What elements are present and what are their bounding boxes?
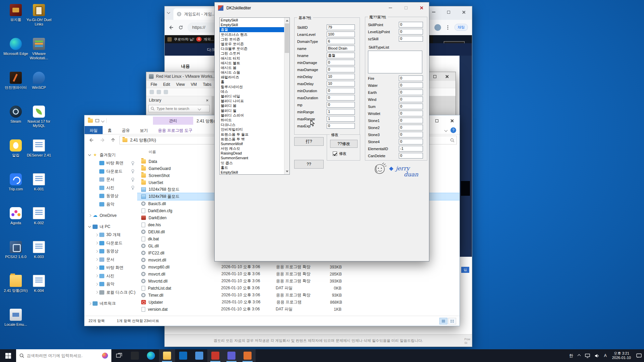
taskbar-app-button[interactable] — [223, 349, 239, 362]
tree-chevron-icon[interactable] — [95, 233, 99, 237]
refresh-icon[interactable] — [178, 25, 183, 30]
start-button[interactable] — [0, 349, 16, 362]
desktop-icon[interactable]: K-003 — [26, 240, 52, 274]
desktop-icon[interactable]: Trip.com — [3, 172, 29, 206]
modify-checkbox-row[interactable]: 修改 — [333, 151, 346, 156]
skill-list-item[interactable]: 블러디 월 — [220, 108, 284, 113]
file-row[interactable]: msvcrt.dll 2026-01-10 오후 3:06 응용 프로그램 확장… — [137, 270, 460, 278]
skill-list-item[interactable]: 그린 스토커 — [220, 51, 284, 56]
skill-list-item[interactable]: 하이드 — [220, 118, 284, 122]
tree-chevron-icon[interactable] — [88, 214, 92, 218]
desktop-icon[interactable]: PCSX2 1.6.0 — [3, 240, 29, 274]
desktop-icon[interactable]: K-002 — [26, 206, 52, 240]
back-icon[interactable] — [169, 25, 174, 30]
field-input[interactable]: 0 — [399, 153, 423, 159]
field-input[interactable]: 0 — [399, 111, 423, 116]
tree-chevron-icon[interactable] — [95, 186, 99, 190]
hidden-icons-button[interactable] — [576, 349, 583, 362]
sidebar-item[interactable]: 다운로드 — [85, 167, 137, 176]
desktop-icon[interactable]: WinSCP — [26, 70, 52, 104]
skill-list-item[interactable]: 다크니스 — [220, 122, 284, 127]
volume-tray-icon[interactable] — [592, 349, 602, 362]
clock[interactable]: 오후 3:21 2026-01-10 — [609, 351, 634, 360]
menu-item[interactable]: VM — [188, 82, 200, 87]
chat-button[interactable]: 채팅 — [454, 24, 468, 31]
desktop-icon[interactable]: 던전앤파이터 — [3, 70, 29, 104]
taskbar-app-button[interactable] — [239, 349, 256, 362]
field-input[interactable]: 0 — [399, 36, 423, 42]
sidebar-item[interactable]: 사진 — [85, 184, 137, 192]
skill-list-item[interactable]: EmptySkill — [220, 18, 284, 22]
field-input[interactable]: Blood Drain — [327, 46, 355, 51]
sidebar-item[interactable]: 동영상 — [85, 247, 137, 256]
skill-list-item[interactable]: 데스 — [220, 89, 284, 94]
apply-modify-button[interactable]: ??修改 — [330, 140, 358, 148]
skill-list-item[interactable]: 트랜스폼 투 뱃 — [220, 137, 284, 141]
field-input[interactable]: 79 — [327, 24, 355, 30]
desktop-icon[interactable]: 뮤지통 — [3, 3, 29, 37]
tree-chevron-icon[interactable] — [95, 249, 99, 253]
checkbox-checked-icon[interactable] — [333, 152, 337, 156]
skill-list-item[interactable]: EmptySkill — [220, 170, 284, 175]
forward-button[interactable] — [98, 136, 107, 144]
dialog-title-bar[interactable]: DK2skillediter — [215, 2, 429, 13]
desktop-icon[interactable]: Microsoft Edge — [3, 37, 29, 70]
skill-list-item[interactable]: RaisingDead — [220, 151, 284, 156]
field-input[interactable]: 0 — [399, 89, 423, 95]
field-input[interactable]: 0 — [399, 125, 423, 130]
skill-list-item[interactable]: 애시드 스웜 — [220, 70, 284, 75]
field-input[interactable]: 6 — [327, 39, 355, 44]
skill-list-item[interactable]: 홀 — [220, 79, 284, 84]
field-input[interactable]: 0 — [399, 82, 423, 88]
skill-list-item[interactable]: 서먼 캐스킷 — [220, 146, 284, 151]
file-row[interactable]: PatchList.dat 2026-01-10 오후 3:06 DAT 파일 … — [137, 285, 460, 292]
skill-list-item[interactable]: 애시드 터치 — [220, 56, 284, 61]
desktop-icon[interactable]: Locale Emu... — [3, 307, 29, 341]
tree-chevron-icon[interactable] — [95, 282, 99, 286]
menu-item[interactable]: View — [173, 82, 188, 87]
field-input[interactable]: 0 — [399, 22, 423, 27]
tree-chevron-icon[interactable] — [88, 225, 92, 229]
close-pane-icon[interactable] — [206, 99, 209, 102]
sidebar-item[interactable]: 바탕 화면 — [85, 264, 137, 272]
skill-list-item[interactable]: 흡혈 — [220, 27, 284, 32]
taskbar-app-button[interactable] — [159, 349, 175, 362]
search-input[interactable] — [27, 353, 99, 358]
tree-chevron-icon[interactable] — [95, 178, 99, 182]
desktop-icon[interactable]: DEServer 2.41 — [26, 138, 52, 172]
tree-chevron-icon[interactable] — [95, 257, 99, 261]
skill-list-item[interactable]: 그린 포이즌 — [220, 37, 284, 42]
sidebar-item[interactable]: ★ 즐겨찾기 — [85, 151, 137, 159]
sidebar-item[interactable]: 바탕 화면 — [85, 159, 137, 168]
tree-chevron-icon[interactable] — [95, 274, 99, 278]
skill-list-item[interactable]: 블러디 봄 — [220, 103, 284, 108]
minimize-button[interactable] — [383, 2, 398, 13]
taskbar-app-button[interactable] — [143, 349, 159, 362]
maximize-button[interactable] — [429, 115, 444, 126]
field-input[interactable]: 10 — [327, 81, 355, 86]
tree-chevron-icon[interactable] — [88, 302, 92, 306]
ribbon-tab[interactable]: 보기 — [135, 126, 153, 134]
action-center-button[interactable] — [634, 349, 644, 362]
profile-avatar[interactable] — [434, 24, 441, 31]
file-row[interactable]: msvcp60.dll 2026-01-10 오후 3:06 응용 프로그램 확… — [137, 263, 460, 270]
field-input[interactable]: 0 — [399, 104, 423, 109]
skill-list-item[interactable]: EmptySkill — [220, 22, 284, 27]
field-input[interactable]: 1 — [327, 116, 355, 122]
sidebar-item[interactable]: 내 PC — [85, 223, 137, 231]
skill-list-item[interactable]: 다크블루 포이즌 — [220, 46, 284, 51]
field-input[interactable]: 0 — [327, 123, 355, 129]
field-input[interactable]: 흡혈 — [327, 53, 355, 58]
field-input[interactable]: 0 — [399, 118, 423, 123]
desktop-icon[interactable]: K-004 — [26, 274, 52, 307]
desktop-icon[interactable]: 2.41 망통(3차) — [3, 274, 29, 307]
tree-chevron-icon[interactable] — [95, 169, 99, 173]
field-input[interactable]: 0 — [327, 67, 355, 72]
tree-chevron-icon[interactable] — [95, 241, 99, 245]
skill-list-item[interactable]: 잇 콥스 — [220, 161, 284, 165]
file-row[interactable]: Timer.dll 2026-01-10 오후 3:06 응용 프로그램 확장 … — [137, 292, 460, 299]
help-icon[interactable]: ? — [450, 127, 456, 133]
expand-ribbon-icon[interactable] — [444, 129, 448, 132]
field-input[interactable]: 0 — [327, 60, 355, 65]
desktop-icon[interactable]: Yu-Gi-Oh! Duel Links — [26, 3, 52, 37]
